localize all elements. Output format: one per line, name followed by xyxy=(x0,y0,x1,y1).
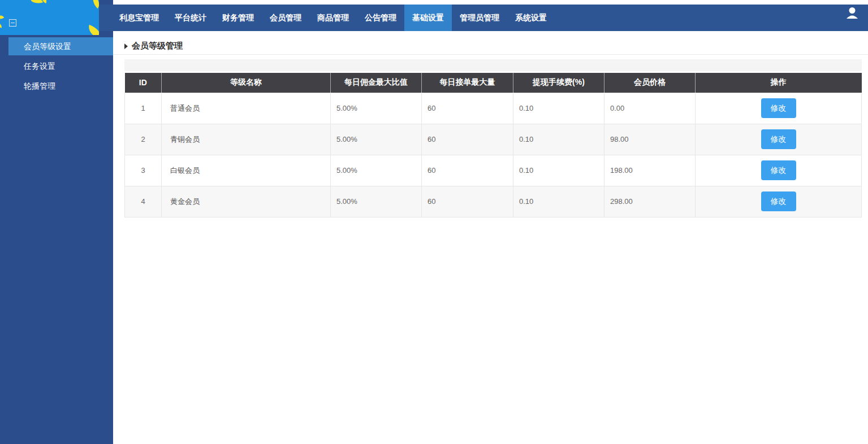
commission-cell: 5.00% xyxy=(331,186,422,217)
edit-button[interactable]: 修改 xyxy=(761,98,796,118)
table-row: 4黄金会员5.00%600.10298.00修改 xyxy=(125,186,862,217)
sidebar-item[interactable]: 会员等级设置 xyxy=(8,37,113,55)
table-header-cell: 等级名称 xyxy=(162,73,331,93)
table-row: 1普通会员5.00%600.100.00修改 xyxy=(125,93,862,124)
action-cell: 修改 xyxy=(696,186,862,217)
price-cell: 98.00 xyxy=(604,124,696,155)
main-content: 会员等级管理 ID等级名称每日佣金最大比值每日接单最大量提现手续费(%)会员价格… xyxy=(113,31,868,444)
table-row: 2青铜会员5.00%600.1098.00修改 xyxy=(125,124,862,155)
member-levels-table: ID等级名称每日佣金最大比值每日接单最大量提现手续费(%)会员价格操作 1普通会… xyxy=(124,73,862,217)
logo-leaf-decoration xyxy=(31,0,43,5)
logo-leaf-decoration xyxy=(89,0,99,8)
level-name-cell: 青铜会员 xyxy=(162,124,331,155)
table-header-row: ID等级名称每日佣金最大比值每日接单最大量提现手续费(%)会员价格操作 xyxy=(125,73,862,93)
nav-item[interactable]: 系统设置 xyxy=(507,5,555,31)
id-cell: 3 xyxy=(125,155,162,186)
edit-button[interactable]: 修改 xyxy=(761,160,796,180)
nav-item[interactable]: 商品管理 xyxy=(309,5,357,31)
price-cell: 0.00 xyxy=(604,93,696,124)
nav-item[interactable]: 会员管理 xyxy=(262,5,309,31)
level-name-cell: 白银会员 xyxy=(162,155,331,186)
level-name-cell: 普通会员 xyxy=(162,93,331,124)
table-row: 3白银会员5.00%600.10198.00修改 xyxy=(125,155,862,186)
table-header-cell: 每日佣金最大比值 xyxy=(331,73,422,93)
sidebar-menu: 会员等级设置任务设置轮播管理 xyxy=(0,37,113,95)
top-navbar: 利息宝管理平台统计财务管理会员管理商品管理公告管理基础设置管理员管理系统设置 xyxy=(99,5,868,31)
breadcrumb-arrow-icon xyxy=(124,43,128,49)
table-toolbar-strip xyxy=(124,59,862,71)
fee-cell: 0.10 xyxy=(513,124,604,155)
price-cell: 298.00 xyxy=(604,186,696,217)
nav-item[interactable]: 公告管理 xyxy=(357,5,404,31)
nav-item[interactable]: 平台统计 xyxy=(167,5,214,31)
nav-item[interactable]: 基础设置 xyxy=(404,5,452,31)
logo-leaf-decoration xyxy=(0,13,4,21)
id-cell: 1 xyxy=(125,93,162,124)
logo-leaf-decoration xyxy=(86,25,99,35)
action-cell: 修改 xyxy=(696,155,862,186)
id-cell: 4 xyxy=(125,186,162,217)
nav-item[interactable]: 财务管理 xyxy=(214,5,262,31)
orders-cell: 60 xyxy=(422,93,513,124)
sidebar-item[interactable]: 轮播管理 xyxy=(8,77,113,95)
action-cell: 修改 xyxy=(696,93,862,124)
orders-cell: 60 xyxy=(422,155,513,186)
sidebar: 基础设置 会员等级设置任务设置轮播管理 xyxy=(0,0,113,444)
commission-cell: 5.00% xyxy=(331,93,422,124)
logo-leaf-decoration xyxy=(0,22,3,28)
orders-cell: 60 xyxy=(422,124,513,155)
table-body: 1普通会员5.00%600.100.00修改2青铜会员5.00%600.1098… xyxy=(125,93,862,217)
table-header-cell: 会员价格 xyxy=(604,73,696,93)
orders-cell: 60 xyxy=(422,186,513,217)
table-header-cell: 每日接单最大量 xyxy=(422,73,513,93)
logo-banner xyxy=(0,0,99,35)
commission-cell: 5.00% xyxy=(331,124,422,155)
fee-cell: 0.10 xyxy=(513,93,604,124)
table-header-cell: 提现手续费(%) xyxy=(513,73,604,93)
sidebar-item[interactable]: 任务设置 xyxy=(8,57,113,75)
table-area: ID等级名称每日佣金最大比值每日接单最大量提现手续费(%)会员价格操作 1普通会… xyxy=(124,59,862,217)
edit-button[interactable]: 修改 xyxy=(761,191,796,211)
edit-button[interactable]: 修改 xyxy=(761,129,796,149)
price-cell: 198.00 xyxy=(604,155,696,186)
user-icon[interactable] xyxy=(844,5,860,21)
level-name-cell: 黄金会员 xyxy=(162,186,331,217)
nav-item[interactable]: 利息宝管理 xyxy=(111,5,167,31)
page-title: 会员等级管理 xyxy=(132,41,183,51)
table-header-cell: ID xyxy=(125,73,162,93)
breadcrumb: 会员等级管理 xyxy=(113,31,868,55)
fee-cell: 0.10 xyxy=(513,155,604,186)
fee-cell: 0.10 xyxy=(513,186,604,217)
action-cell: 修改 xyxy=(696,124,862,155)
collapse-minus-icon[interactable] xyxy=(9,19,16,27)
id-cell: 2 xyxy=(125,124,162,155)
commission-cell: 5.00% xyxy=(331,155,422,186)
nav-item[interactable]: 管理员管理 xyxy=(452,5,507,31)
table-header-cell: 操作 xyxy=(696,73,862,93)
